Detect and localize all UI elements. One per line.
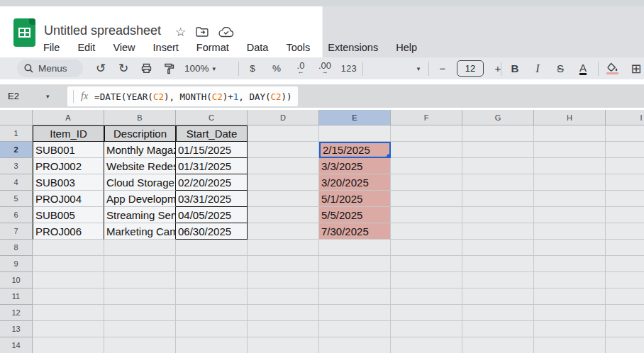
cell-H13[interactable] (534, 321, 606, 337)
cell-A4[interactable]: SUB003 (33, 174, 104, 191)
zoom-select[interactable]: 100%▾ (183, 60, 217, 78)
decrease-decimal-button[interactable]: .0← (292, 60, 309, 78)
cell-G7[interactable] (462, 223, 534, 240)
cell-D7[interactable] (248, 223, 319, 240)
name-box[interactable]: E2 ▾ (0, 84, 64, 108)
column-header-I[interactable]: I (606, 110, 644, 125)
cell-I9[interactable] (606, 256, 644, 272)
row-header-1[interactable]: 1 (0, 125, 33, 142)
row-header-9[interactable]: 9 (0, 256, 33, 272)
cell-E7[interactable]: 7/30/2025 (319, 223, 391, 240)
column-header-H[interactable]: H (534, 110, 606, 125)
paint-format-icon[interactable] (160, 60, 177, 78)
cell-E10[interactable] (319, 272, 391, 288)
redo-button[interactable]: ↻ (115, 60, 132, 78)
cell-A11[interactable] (33, 288, 104, 305)
cell-I2[interactable] (606, 142, 644, 158)
format-currency-button[interactable]: $ (244, 60, 261, 78)
cell-F8[interactable] (391, 240, 462, 256)
cell-A2[interactable]: SUB001 (33, 142, 104, 158)
cell-B11[interactable] (104, 288, 176, 305)
increase-decimal-button[interactable]: .00→ (316, 60, 333, 78)
cell-H8[interactable] (534, 240, 606, 256)
cell-F7[interactable] (391, 223, 462, 240)
row-header-2[interactable]: 2 (0, 142, 33, 158)
cell-F5[interactable] (391, 191, 462, 207)
formula-text[interactable]: =DATE(YEAR(C2), MONTH(C2)+1, DAY(C2)) (94, 91, 292, 102)
column-header-F[interactable]: F (391, 110, 462, 125)
cell-I5[interactable] (606, 191, 644, 207)
column-header-B[interactable]: B (104, 110, 176, 125)
column-header-C[interactable]: C (176, 110, 248, 125)
cell-I6[interactable] (606, 207, 644, 223)
cell-D2[interactable] (248, 142, 319, 158)
cell-C1[interactable]: Start_Date (176, 125, 248, 142)
row-header-14[interactable]: 14 (0, 337, 33, 353)
cell-A6[interactable]: SUB005 (33, 207, 104, 223)
cell-I4[interactable] (606, 174, 644, 191)
cell-B7[interactable]: Marketing Campaign (104, 223, 176, 240)
cell-F1[interactable] (391, 125, 462, 142)
cell-D12[interactable] (248, 305, 319, 321)
cell-F4[interactable] (391, 174, 462, 191)
cell-H14[interactable] (534, 337, 606, 353)
cell-C9[interactable] (176, 256, 248, 272)
cell-I10[interactable] (606, 272, 644, 288)
cell-H2[interactable] (534, 142, 606, 158)
cell-A5[interactable]: PROJ004 (33, 191, 104, 207)
format-percent-button[interactable]: % (268, 60, 285, 78)
row-header-13[interactable]: 13 (0, 321, 33, 337)
cell-E1[interactable] (319, 125, 391, 142)
cell-E12[interactable] (319, 305, 391, 321)
cell-G11[interactable] (462, 288, 534, 305)
cell-G8[interactable] (462, 240, 534, 256)
fill-color-button[interactable] (604, 60, 621, 78)
cell-C6[interactable]: 04/05/2025 (176, 207, 248, 223)
cloud-saved-icon[interactable] (218, 27, 234, 38)
bold-button[interactable]: B (506, 60, 523, 78)
cell-A10[interactable] (33, 272, 104, 288)
cell-F13[interactable] (391, 321, 462, 337)
cell-B13[interactable] (104, 321, 176, 337)
search-menus-button[interactable]: Menus (17, 60, 83, 77)
cell-E8[interactable] (319, 240, 391, 256)
cell-I14[interactable] (606, 337, 644, 353)
cell-F3[interactable] (391, 158, 462, 174)
cell-E11[interactable] (319, 288, 391, 305)
cell-I8[interactable] (606, 240, 644, 256)
menu-format[interactable]: Format (196, 42, 229, 53)
cell-C14[interactable] (176, 337, 248, 353)
italic-button[interactable]: I (529, 60, 546, 78)
cell-F11[interactable] (391, 288, 462, 305)
row-header-6[interactable]: 6 (0, 207, 33, 223)
row-header-7[interactable]: 7 (0, 223, 33, 240)
column-header-G[interactable]: G (462, 110, 534, 125)
cell-H9[interactable] (534, 256, 606, 272)
cell-C11[interactable] (176, 288, 248, 305)
menu-extensions[interactable]: Extensions (328, 42, 378, 53)
cell-A13[interactable] (33, 321, 104, 337)
cell-A9[interactable] (33, 256, 104, 272)
menu-tools[interactable]: Tools (286, 42, 310, 53)
cell-D9[interactable] (248, 256, 319, 272)
cell-G9[interactable] (462, 256, 534, 272)
font-family-select[interactable]: ▾ (410, 60, 427, 78)
chevron-down-icon[interactable]: ▾ (46, 93, 50, 100)
cell-B2[interactable]: Monthly Magazine (104, 142, 176, 158)
cell-G3[interactable] (462, 158, 534, 174)
cell-I1[interactable] (606, 125, 644, 142)
select-all-corner[interactable] (0, 110, 33, 125)
cell-G2[interactable] (462, 142, 534, 158)
decrease-font-size-button[interactable]: − (434, 60, 451, 78)
strikethrough-button[interactable]: S (552, 60, 569, 78)
cell-F9[interactable] (391, 256, 462, 272)
cell-F6[interactable] (391, 207, 462, 223)
cell-A3[interactable]: PROJ002 (33, 158, 104, 174)
cell-D4[interactable] (248, 174, 319, 191)
row-header-12[interactable]: 12 (0, 305, 33, 321)
cell-D14[interactable] (248, 337, 319, 353)
cell-A12[interactable] (33, 305, 104, 321)
cell-I12[interactable] (606, 305, 644, 321)
cell-F14[interactable] (391, 337, 462, 353)
print-button[interactable] (138, 60, 155, 78)
